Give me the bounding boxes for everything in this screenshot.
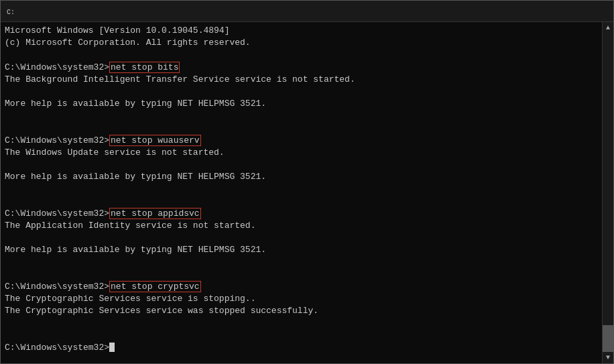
terminal-line bbox=[5, 123, 598, 135]
terminal-line: C:\Windows\system32>net stop bits bbox=[5, 62, 598, 74]
cursor bbox=[109, 343, 115, 352]
content-area: Microsoft Windows [Version 10.0.19045.48… bbox=[1, 22, 613, 363]
terminal-line bbox=[5, 196, 598, 208]
terminal-line: The Cryptographic Services service was s… bbox=[5, 305, 598, 317]
terminal-output[interactable]: Microsoft Windows [Version 10.0.19045.48… bbox=[1, 22, 602, 363]
close-button[interactable] bbox=[577, 1, 608, 22]
prompt-text: C:\Windows\system32> bbox=[5, 62, 109, 72]
terminal-line: More help is available by typing NET HEL… bbox=[5, 244, 598, 256]
maximize-button[interactable] bbox=[545, 1, 576, 22]
terminal-line: C:\Windows\system32>net stop wuauserv bbox=[5, 135, 598, 147]
terminal-line bbox=[5, 183, 598, 195]
scrollbar[interactable]: ▲ ▼ bbox=[602, 22, 613, 363]
terminal-line bbox=[5, 330, 598, 342]
terminal-line bbox=[5, 86, 598, 98]
terminal-line: The Background Intelligent Transfer Serv… bbox=[5, 74, 598, 86]
terminal-line: More help is available by typing NET HEL… bbox=[5, 98, 598, 110]
svg-text:C:: C: bbox=[7, 9, 15, 16]
cmd-icon: C: bbox=[6, 6, 17, 17]
scroll-thumb[interactable] bbox=[603, 325, 613, 352]
prompt-text: C:\Windows\system32> bbox=[5, 135, 109, 145]
terminal-line bbox=[5, 159, 598, 171]
prompt-text: C:\Windows\system32> bbox=[5, 343, 109, 353]
terminal-line bbox=[5, 269, 598, 281]
terminal-line: Microsoft Windows [Version 10.0.19045.48… bbox=[5, 25, 598, 37]
terminal-line bbox=[5, 232, 598, 244]
cmd-window: C: Microsoft Windows [Version 10.0.19045… bbox=[0, 0, 614, 364]
terminal-line: C:\Windows\system32>net stop cryptsvc bbox=[5, 281, 598, 293]
terminal-line bbox=[5, 49, 598, 61]
prompt-text: C:\Windows\system32> bbox=[5, 208, 109, 219]
terminal-line: (c) Microsoft Corporation. All rights re… bbox=[5, 37, 598, 49]
command-text: net stop cryptsvc bbox=[109, 281, 201, 292]
terminal-line: More help is available by typing NET HEL… bbox=[5, 171, 598, 183]
terminal-line: The Application Identity service is not … bbox=[5, 220, 598, 232]
terminal-line: The Cryptographic Services service is st… bbox=[5, 293, 598, 305]
terminal-line: C:\Windows\system32>net stop appidsvc bbox=[5, 208, 598, 220]
terminal-line: The Windows Update service is not starte… bbox=[5, 147, 598, 159]
terminal-line bbox=[5, 110, 598, 122]
title-bar: C: bbox=[1, 1, 613, 22]
scroll-up-arrow[interactable]: ▲ bbox=[603, 22, 614, 34]
terminal-line: C:\Windows\system32> bbox=[5, 342, 598, 354]
scroll-down-arrow[interactable]: ▼ bbox=[603, 352, 614, 363]
prompt-text: C:\Windows\system32> bbox=[5, 282, 109, 292]
command-text: net stop wuauserv bbox=[109, 135, 201, 146]
terminal-line bbox=[5, 318, 598, 330]
terminal-line bbox=[5, 257, 598, 269]
minimize-button[interactable] bbox=[513, 1, 544, 22]
command-text: net stop appidsvc bbox=[109, 208, 201, 219]
window-controls bbox=[513, 1, 608, 22]
command-text: net stop bits bbox=[109, 62, 180, 73]
scroll-track[interactable] bbox=[603, 34, 613, 352]
